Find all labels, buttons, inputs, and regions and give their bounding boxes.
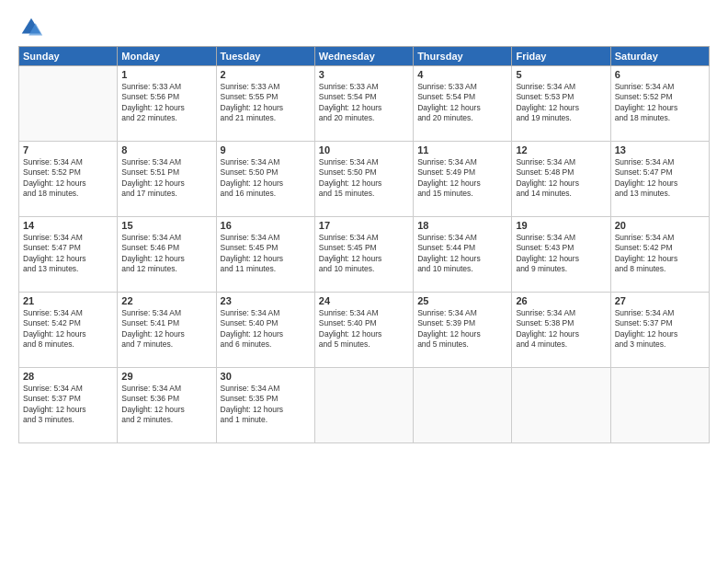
day-number: 1 <box>121 69 211 80</box>
day-number: 23 <box>221 295 311 306</box>
col-header-friday: Friday <box>512 47 610 66</box>
day-number: 6 <box>615 69 705 80</box>
day-number: 15 <box>121 220 211 231</box>
cell-info: Sunrise: 5:33 AM Sunset: 5:56 PM Dayligh… <box>121 82 211 124</box>
calendar-cell: 13Sunrise: 5:34 AM Sunset: 5:47 PM Dayli… <box>610 142 709 217</box>
day-number: 11 <box>417 144 507 155</box>
day-number: 13 <box>615 144 705 155</box>
calendar-cell: 6Sunrise: 5:34 AM Sunset: 5:52 PM Daylig… <box>610 66 709 142</box>
calendar-cell: 1Sunrise: 5:33 AM Sunset: 5:56 PM Daylig… <box>118 66 216 142</box>
cell-info: Sunrise: 5:34 AM Sunset: 5:37 PM Dayligh… <box>23 384 113 426</box>
day-number: 26 <box>516 295 606 306</box>
day-number: 5 <box>516 69 606 80</box>
calendar-cell: 10Sunrise: 5:34 AM Sunset: 5:50 PM Dayli… <box>314 142 413 217</box>
col-header-sunday: Sunday <box>19 47 118 66</box>
cell-info: Sunrise: 5:34 AM Sunset: 5:46 PM Dayligh… <box>121 233 211 275</box>
header <box>18 15 710 40</box>
cell-info: Sunrise: 5:34 AM Sunset: 5:52 PM Dayligh… <box>615 82 705 124</box>
day-number: 7 <box>23 144 113 155</box>
calendar-cell: 25Sunrise: 5:34 AM Sunset: 5:39 PM Dayli… <box>414 293 512 368</box>
calendar-cell: 4Sunrise: 5:33 AM Sunset: 5:54 PM Daylig… <box>414 66 512 142</box>
calendar-cell: 3Sunrise: 5:33 AM Sunset: 5:54 PM Daylig… <box>314 66 413 142</box>
col-header-thursday: Thursday <box>414 47 512 66</box>
calendar-cell: 26Sunrise: 5:34 AM Sunset: 5:38 PM Dayli… <box>512 293 610 368</box>
day-number: 27 <box>615 295 705 306</box>
cell-info: Sunrise: 5:34 AM Sunset: 5:51 PM Dayligh… <box>121 157 211 200</box>
cell-info: Sunrise: 5:34 AM Sunset: 5:39 PM Dayligh… <box>417 308 507 350</box>
day-number: 18 <box>417 220 507 231</box>
day-number: 29 <box>121 371 211 382</box>
cell-info: Sunrise: 5:34 AM Sunset: 5:47 PM Dayligh… <box>615 157 705 200</box>
calendar-cell: 20Sunrise: 5:34 AM Sunset: 5:42 PM Dayli… <box>610 217 709 293</box>
calendar-cell: 19Sunrise: 5:34 AM Sunset: 5:43 PM Dayli… <box>512 217 610 293</box>
calendar-cell: 28Sunrise: 5:34 AM Sunset: 5:37 PM Dayli… <box>19 368 118 443</box>
cell-info: Sunrise: 5:33 AM Sunset: 5:54 PM Dayligh… <box>417 82 507 124</box>
col-header-saturday: Saturday <box>610 47 709 66</box>
cell-info: Sunrise: 5:34 AM Sunset: 5:42 PM Dayligh… <box>23 308 113 350</box>
calendar-cell <box>414 368 512 443</box>
cell-info: Sunrise: 5:34 AM Sunset: 5:40 PM Dayligh… <box>319 308 409 350</box>
day-number: 4 <box>417 69 507 80</box>
calendar-cell: 27Sunrise: 5:34 AM Sunset: 5:37 PM Dayli… <box>610 293 709 368</box>
cell-info: Sunrise: 5:34 AM Sunset: 5:40 PM Dayligh… <box>221 308 311 350</box>
cell-info: Sunrise: 5:33 AM Sunset: 5:55 PM Dayligh… <box>221 82 311 124</box>
cell-info: Sunrise: 5:34 AM Sunset: 5:47 PM Dayligh… <box>23 233 113 275</box>
cell-info: Sunrise: 5:34 AM Sunset: 5:50 PM Dayligh… <box>221 157 311 200</box>
calendar-table: SundayMondayTuesdayWednesdayThursdayFrid… <box>18 46 710 443</box>
day-number: 9 <box>221 144 311 155</box>
cell-info: Sunrise: 5:34 AM Sunset: 5:50 PM Dayligh… <box>319 157 409 200</box>
cell-info: Sunrise: 5:34 AM Sunset: 5:36 PM Dayligh… <box>121 384 211 426</box>
calendar-cell <box>610 368 709 443</box>
day-number: 21 <box>23 295 113 306</box>
calendar-cell: 30Sunrise: 5:34 AM Sunset: 5:35 PM Dayli… <box>216 368 314 443</box>
cell-info: Sunrise: 5:34 AM Sunset: 5:48 PM Dayligh… <box>516 157 606 200</box>
cell-info: Sunrise: 5:34 AM Sunset: 5:49 PM Dayligh… <box>417 157 507 200</box>
calendar-cell: 24Sunrise: 5:34 AM Sunset: 5:40 PM Dayli… <box>314 293 413 368</box>
col-header-monday: Monday <box>118 47 216 66</box>
calendar-cell: 2Sunrise: 5:33 AM Sunset: 5:55 PM Daylig… <box>216 66 314 142</box>
day-number: 20 <box>615 220 705 231</box>
week-row-3: 14Sunrise: 5:34 AM Sunset: 5:47 PM Dayli… <box>19 217 710 293</box>
cell-info: Sunrise: 5:34 AM Sunset: 5:45 PM Dayligh… <box>319 233 409 275</box>
calendar-cell: 29Sunrise: 5:34 AM Sunset: 5:36 PM Dayli… <box>118 368 216 443</box>
cell-info: Sunrise: 5:34 AM Sunset: 5:52 PM Dayligh… <box>23 157 113 200</box>
calendar-cell: 5Sunrise: 5:34 AM Sunset: 5:53 PM Daylig… <box>512 66 610 142</box>
day-number: 12 <box>516 144 606 155</box>
calendar-header-row: SundayMondayTuesdayWednesdayThursdayFrid… <box>19 47 710 66</box>
cell-info: Sunrise: 5:34 AM Sunset: 5:44 PM Dayligh… <box>417 233 507 275</box>
week-row-4: 21Sunrise: 5:34 AM Sunset: 5:42 PM Dayli… <box>19 293 710 368</box>
calendar-cell: 12Sunrise: 5:34 AM Sunset: 5:48 PM Dayli… <box>512 142 610 217</box>
day-number: 2 <box>221 69 311 80</box>
calendar-cell <box>512 368 610 443</box>
logo <box>18 15 48 40</box>
week-row-5: 28Sunrise: 5:34 AM Sunset: 5:37 PM Dayli… <box>19 368 710 443</box>
cell-info: Sunrise: 5:34 AM Sunset: 5:45 PM Dayligh… <box>221 233 311 275</box>
cell-info: Sunrise: 5:34 AM Sunset: 5:35 PM Dayligh… <box>221 384 311 426</box>
day-number: 17 <box>319 220 409 231</box>
day-number: 25 <box>417 295 507 306</box>
calendar-cell: 22Sunrise: 5:34 AM Sunset: 5:41 PM Dayli… <box>118 293 216 368</box>
day-number: 14 <box>23 220 113 231</box>
calendar-cell: 16Sunrise: 5:34 AM Sunset: 5:45 PM Dayli… <box>216 217 314 293</box>
logo-icon <box>18 15 44 40</box>
calendar-cell: 18Sunrise: 5:34 AM Sunset: 5:44 PM Dayli… <box>414 217 512 293</box>
cell-info: Sunrise: 5:34 AM Sunset: 5:53 PM Dayligh… <box>516 82 606 124</box>
cell-info: Sunrise: 5:34 AM Sunset: 5:43 PM Dayligh… <box>516 233 606 275</box>
calendar-cell <box>314 368 413 443</box>
week-row-2: 7Sunrise: 5:34 AM Sunset: 5:52 PM Daylig… <box>19 142 710 217</box>
cell-info: Sunrise: 5:34 AM Sunset: 5:41 PM Dayligh… <box>121 308 211 350</box>
calendar-cell: 17Sunrise: 5:34 AM Sunset: 5:45 PM Dayli… <box>314 217 413 293</box>
calendar-cell: 15Sunrise: 5:34 AM Sunset: 5:46 PM Dayli… <box>118 217 216 293</box>
calendar-cell <box>19 66 118 142</box>
page: SundayMondayTuesdayWednesdayThursdayFrid… <box>0 0 728 563</box>
calendar-cell: 9Sunrise: 5:34 AM Sunset: 5:50 PM Daylig… <box>216 142 314 217</box>
cell-info: Sunrise: 5:34 AM Sunset: 5:38 PM Dayligh… <box>516 308 606 350</box>
cell-info: Sunrise: 5:34 AM Sunset: 5:37 PM Dayligh… <box>615 308 705 350</box>
cell-info: Sunrise: 5:34 AM Sunset: 5:42 PM Dayligh… <box>615 233 705 275</box>
week-row-1: 1Sunrise: 5:33 AM Sunset: 5:56 PM Daylig… <box>19 66 710 142</box>
day-number: 24 <box>319 295 409 306</box>
day-number: 16 <box>221 220 311 231</box>
day-number: 22 <box>121 295 211 306</box>
day-number: 10 <box>319 144 409 155</box>
col-header-tuesday: Tuesday <box>216 47 314 66</box>
